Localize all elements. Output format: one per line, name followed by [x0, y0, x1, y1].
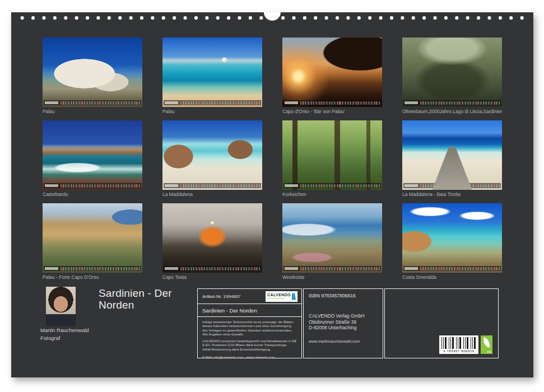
article-row: Artikel-Nr. 1994697 CALVENDO Der Kalende… [198, 289, 301, 304]
thumbnail-caption: Costa Smeralda [402, 274, 502, 281]
thumbnail-palau-rocks: Palau [43, 38, 142, 115]
legal-text-block: Infolge bestehender Schutzrechte ist es … [198, 317, 301, 362]
article-number: Artikel-Nr. 1994697 [202, 294, 240, 299]
photo-palau-rocks [43, 38, 142, 107]
calvendo-logo-words: CALVENDO Der Kalenderverlag [267, 293, 291, 300]
page-title-line2: Norden [99, 300, 199, 311]
month-strip [164, 183, 261, 188]
month-strip [283, 183, 381, 188]
ean-barcode: 9 783457 806616 [439, 335, 478, 354]
publisher-name: CALVENDO Verlag GmbH [309, 313, 378, 319]
photo-costa-smeralda [402, 203, 502, 273]
thumbnail-capo-dorso: Capo d'Orso - 'Bär von Palau' [282, 38, 382, 115]
eco-leaf-icon [482, 337, 491, 348]
month-strip [44, 266, 141, 271]
photographer-name: Martin Rauchenwald [40, 326, 89, 334]
photo-palau-beach [162, 38, 262, 107]
month-strip [283, 100, 381, 105]
thumbnail-korkeichen: Korkeichen [282, 120, 382, 198]
thumbnail-caption: Capo d'Orso - 'Bär von Palau' [282, 109, 382, 115]
photo-westkueste [282, 203, 382, 273]
month-strip [403, 183, 501, 188]
barcode-number: 9 783457 806616 [441, 349, 476, 353]
photo-castelsardo [43, 120, 142, 190]
thumbnail-caption: Korkeichen [282, 192, 382, 198]
thumbnail-palau-beach: Palau [162, 38, 262, 115]
publisher-city: D-82008 Unterhaching [309, 325, 378, 331]
thumbnail-grid: Palau Palau Capo d'Orso - 'Bär von Palau… [43, 38, 502, 281]
thumbnail-costa-smeralda: Costa Smeralda [402, 203, 502, 281]
thumbnail-caption: Palau [43, 109, 142, 115]
photographer-website: www.martinrauchenwald.com [309, 339, 378, 343]
page-title: Sardinien - Der Norden [99, 288, 199, 311]
calvendo-logo-text: CALVENDO [267, 293, 291, 297]
month-strip [164, 266, 261, 271]
month-strip [44, 100, 141, 105]
month-strip [44, 183, 141, 188]
thumbnail-castelsardo: Castelsardo [43, 120, 142, 198]
thumbnail-baia-trinita: La Maddalena - Baia Trinita [402, 120, 502, 198]
thumbnail-capo-testa: Capo Testa [162, 203, 262, 281]
thumbnail-westkueste: Westküste [282, 203, 382, 281]
legal-paragraph-1: Infolge bestehender Schutzrechte ist es … [202, 320, 297, 337]
calvendo-logo-mark-icon [292, 293, 296, 300]
photo-capo-dorso [282, 38, 382, 107]
calvendo-logo-subtext: Der Kalenderverlag [267, 297, 291, 300]
thumbnail-caption: Capo Testa [162, 274, 262, 281]
barcode-bars [441, 337, 476, 349]
photo-capo-testa [162, 203, 262, 273]
month-strip [283, 266, 381, 271]
eco-label: eco [487, 351, 491, 353]
photographer-portrait [46, 287, 76, 326]
photo-la-maddalena [162, 120, 262, 190]
thumbnail-caption: Westküste [282, 274, 382, 281]
publisher-street: Ottobrunner Straße 39 [309, 319, 378, 325]
legal-paragraph-2: CALVENDO produziert bedarfsgerecht und k… [202, 339, 297, 352]
photo-olivenbaum [402, 38, 502, 107]
calvendo-logo: CALVENDO Der Kalenderverlag [266, 291, 297, 302]
month-strip [403, 100, 501, 105]
thumbnail-caption: Castelsardo [43, 192, 142, 198]
month-strip [164, 100, 261, 105]
product-info-box: Artikel-Nr. 1994697 CALVENDO Der Kalende… [197, 288, 302, 358]
thumbnail-la-maddalena: La Maddalena [162, 120, 262, 198]
photo-forte-capo-dorso [43, 203, 142, 273]
month-strip [403, 266, 501, 271]
photographer-role: Fotograf [40, 334, 89, 342]
thumbnail-caption: Palau [162, 109, 262, 115]
thumbnail-olivenbaum: Olivenbaum,2000Jahre,Lago di Liscia,Sard… [402, 38, 502, 115]
page-title-line1: Sardinien - Der [99, 288, 199, 300]
eco-badge: eco [481, 335, 492, 354]
publisher-address: CALVENDO Verlag GmbH Ottobrunner Straße … [309, 313, 378, 331]
calendar-back-page: Palau Palau Capo d'Orso - 'Bär von Palau… [11, 12, 533, 377]
publisher-box: ISBN 9783457806616 CALVENDO Verlag GmbH … [303, 288, 383, 358]
thumbnail-caption: La Maddalena - Baia Trinita [402, 192, 502, 198]
contact-line: E-Mail: info@calvendo.com · www.calvendo… [202, 356, 297, 360]
photographer-byline: Martin Rauchenwald Fotograf [40, 326, 89, 342]
info-box-title: Sardinien - Der Norden [198, 304, 301, 317]
isbn: ISBN 9783457806616 [309, 293, 378, 298]
photo-korkeichen [282, 120, 382, 190]
thumbnail-forte-capo-dorso: Palau - Forte Capo D'Orso [43, 203, 142, 281]
thumbnail-caption: La Maddalena [162, 192, 262, 198]
thumbnail-caption: Palau - Forte Capo D'Orso [43, 274, 142, 281]
photo-baia-trinita [402, 120, 502, 190]
thumbnail-caption: Olivenbaum,2000Jahre,Lago di Liscia,Sard… [402, 109, 502, 115]
barcode-box: 9 783457 806616 eco [384, 288, 499, 358]
